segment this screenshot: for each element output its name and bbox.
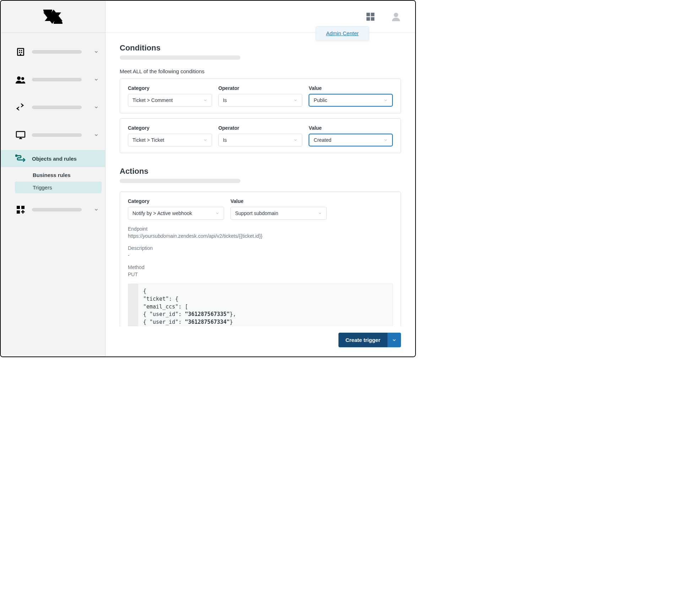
content: Conditions Meet ALL of the following con… — [105, 33, 415, 326]
chevron-down-icon — [384, 138, 388, 142]
svg-rect-1 — [19, 50, 20, 51]
create-trigger-dropdown[interactable] — [387, 333, 401, 347]
chevron-down-icon — [203, 98, 207, 102]
sidebar: .logo-area svg { display:none; } .zlogo … — [1, 1, 105, 356]
conditions-title: Conditions — [120, 43, 401, 53]
conditions-all-label: Meet ALL of the following conditions — [120, 68, 401, 74]
chevron-down-icon — [384, 98, 388, 102]
apps-grid-icon[interactable] — [364, 10, 377, 23]
condition-row-2: Category Ticket > Ticket Operator Is — [120, 118, 401, 153]
footer: Create trigger — [105, 326, 415, 356]
svg-rect-2 — [21, 50, 22, 51]
logo-area — [1, 1, 105, 33]
sidebar-nav: Objects and rules Business rules Trigger… — [1, 33, 105, 218]
description-label: Description — [128, 245, 393, 251]
chevron-down-icon — [293, 98, 298, 102]
svg-rect-13 — [21, 206, 25, 209]
sidebar-item-label: Objects and rules — [32, 156, 77, 162]
code-content: { "ticket": { "email_ccs": [ { "user_id"… — [138, 284, 241, 326]
admin-center-chip[interactable]: Admin Center — [316, 26, 369, 41]
description-value: - — [128, 252, 393, 258]
condition-2-operator-select[interactable]: Is — [218, 134, 303, 146]
chevron-down-icon — [94, 207, 99, 212]
sidebar-subnav: Business rules Triggers — [1, 167, 105, 196]
arrows-swap-icon — [14, 102, 27, 112]
label-category: Category — [128, 85, 212, 91]
sidebar-item-4[interactable] — [1, 127, 105, 144]
chevron-down-icon — [215, 211, 219, 215]
condition-2-value-select[interactable]: Created — [309, 134, 393, 146]
chevron-down-icon — [94, 133, 99, 138]
apps-add-icon — [14, 205, 27, 215]
label-value: Value — [230, 198, 327, 204]
label-category: Category — [128, 125, 212, 131]
method-value: PUT — [128, 272, 393, 277]
sidebar-item-1[interactable] — [1, 43, 105, 60]
label-value: Value — [309, 85, 393, 91]
placeholder — [32, 208, 82, 211]
svg-rect-3 — [19, 52, 20, 53]
svg-rect-17 — [367, 17, 370, 21]
condition-row-1: Category Ticket > Comment Operator Is — [120, 79, 401, 113]
svg-rect-8 — [16, 132, 25, 137]
routing-icon — [14, 154, 27, 163]
subnav-business-rules[interactable]: Business rules — [1, 169, 105, 181]
sidebar-item-2[interactable] — [1, 71, 105, 88]
placeholder — [32, 50, 82, 54]
condition-1-category-select[interactable]: Ticket > Comment — [128, 94, 212, 107]
chevron-down-icon — [94, 77, 99, 82]
zendesk-logo-icon — [43, 10, 63, 24]
condition-1-value-select[interactable]: Public — [309, 94, 393, 107]
svg-rect-18 — [371, 17, 374, 21]
label-category: Category — [128, 198, 224, 204]
actions-title: Actions — [120, 167, 401, 176]
svg-rect-16 — [371, 12, 374, 16]
user-avatar-icon[interactable] — [390, 10, 402, 23]
svg-point-6 — [17, 76, 21, 80]
building-icon — [14, 47, 27, 57]
method-label: Method — [128, 264, 393, 270]
condition-1-operator-select[interactable]: Is — [218, 94, 303, 107]
placeholder — [32, 78, 82, 81]
placeholder — [120, 179, 240, 183]
chevron-down-icon — [293, 138, 298, 142]
sidebar-item-objects-and-rules[interactable]: Objects and rules — [1, 150, 105, 167]
endpoint-label: Endpoint — [128, 226, 393, 232]
monitor-icon — [14, 130, 27, 140]
placeholder — [120, 55, 240, 60]
action-category-select[interactable]: Notify by > Active webhook — [128, 207, 224, 220]
main-area: Admin Center Conditions Meet ALL of the … — [105, 1, 415, 356]
svg-point-11 — [16, 155, 17, 156]
sidebar-item-apps[interactable] — [1, 201, 105, 218]
sidebar-item-3[interactable] — [1, 99, 105, 116]
users-icon — [14, 75, 27, 85]
create-trigger-split-button: Create trigger — [338, 333, 401, 347]
subnav-triggers[interactable]: Triggers — [15, 182, 102, 193]
create-trigger-button[interactable]: Create trigger — [338, 333, 387, 347]
svg-rect-15 — [367, 12, 370, 16]
admin-center-link[interactable]: Admin Center — [326, 30, 359, 36]
svg-rect-4 — [21, 52, 22, 53]
endpoint-value: https://yoursubdomain.zendesk.com/api/v2… — [128, 233, 393, 239]
placeholder — [32, 106, 82, 109]
chevron-down-icon — [318, 211, 322, 215]
chevron-down-icon — [94, 49, 99, 54]
action-value-select[interactable]: Support subdomain — [230, 207, 327, 220]
chevron-down-icon — [94, 105, 99, 110]
chevron-down-icon — [203, 138, 207, 142]
svg-rect-12 — [17, 206, 20, 209]
svg-point-19 — [394, 12, 398, 17]
svg-point-7 — [21, 77, 24, 80]
json-body-editor[interactable]: { "ticket": { "email_ccs": [ { "user_id"… — [128, 284, 393, 326]
svg-rect-14 — [17, 210, 20, 214]
label-value: Value — [309, 125, 393, 131]
action-card: Category Notify by > Active webhook Valu… — [120, 192, 401, 326]
code-gutter — [128, 284, 138, 326]
label-operator: Operator — [218, 85, 303, 91]
svg-rect-5 — [20, 54, 21, 55]
app-window: .logo-area svg { display:none; } .zlogo … — [0, 0, 416, 357]
condition-2-category-select[interactable]: Ticket > Ticket — [128, 134, 212, 146]
label-operator: Operator — [218, 125, 303, 131]
placeholder — [32, 133, 82, 137]
